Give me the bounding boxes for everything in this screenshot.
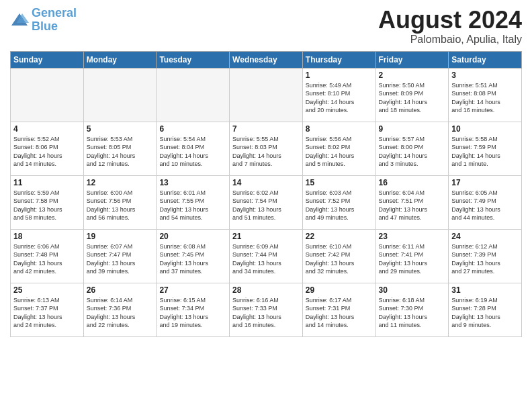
- day-info: Sunrise: 6:06 AM Sunset: 7:48 PM Dayligh…: [13, 242, 81, 276]
- day-number: 22: [306, 232, 373, 241]
- week-row-3: 11Sunrise: 5:59 AM Sunset: 7:58 PM Dayli…: [11, 175, 522, 229]
- header-friday: Friday: [375, 51, 449, 68]
- day-info: Sunrise: 6:08 AM Sunset: 7:45 PM Dayligh…: [159, 242, 226, 276]
- header-saturday: Saturday: [449, 51, 522, 68]
- title-block: August 2024 Palombaio, Apulia, Italy: [378, 7, 522, 46]
- day-cell: 18Sunrise: 6:06 AM Sunset: 7:48 PM Dayli…: [11, 229, 84, 283]
- day-cell: 28Sunrise: 6:16 AM Sunset: 7:33 PM Dayli…: [230, 283, 303, 336]
- day-info: Sunrise: 5:49 AM Sunset: 8:10 PM Dayligh…: [306, 81, 373, 115]
- day-cell: [230, 68, 303, 122]
- day-info: Sunrise: 6:11 AM Sunset: 7:41 PM Dayligh…: [379, 242, 446, 276]
- day-number: 28: [232, 285, 300, 295]
- month-title: August 2024: [378, 7, 522, 34]
- day-cell: 25Sunrise: 6:13 AM Sunset: 7:37 PM Dayli…: [11, 283, 84, 336]
- day-cell: 10Sunrise: 5:58 AM Sunset: 7:59 PM Dayli…: [449, 122, 522, 175]
- day-info: Sunrise: 6:19 AM Sunset: 7:28 PM Dayligh…: [451, 296, 519, 330]
- day-info: Sunrise: 6:09 AM Sunset: 7:44 PM Dayligh…: [232, 242, 300, 276]
- day-cell: 11Sunrise: 5:59 AM Sunset: 7:58 PM Dayli…: [11, 175, 84, 229]
- week-row-4: 18Sunrise: 6:06 AM Sunset: 7:48 PM Dayli…: [11, 229, 522, 283]
- day-info: Sunrise: 5:53 AM Sunset: 8:05 PM Dayligh…: [87, 135, 154, 169]
- day-info: Sunrise: 5:57 AM Sunset: 8:00 PM Dayligh…: [379, 135, 446, 169]
- day-info: Sunrise: 5:56 AM Sunset: 8:02 PM Dayligh…: [306, 135, 373, 169]
- day-number: 24: [451, 232, 519, 241]
- day-info: Sunrise: 6:07 AM Sunset: 7:47 PM Dayligh…: [87, 242, 154, 276]
- header-sunday: Sunday: [11, 51, 84, 68]
- day-number: 17: [451, 178, 519, 187]
- day-cell: 21Sunrise: 6:09 AM Sunset: 7:44 PM Dayli…: [230, 229, 303, 283]
- day-cell: 27Sunrise: 6:15 AM Sunset: 7:34 PM Dayli…: [157, 283, 230, 336]
- day-info: Sunrise: 5:52 AM Sunset: 8:06 PM Dayligh…: [13, 135, 81, 169]
- day-number: 11: [13, 178, 81, 187]
- day-cell: 7Sunrise: 5:55 AM Sunset: 8:03 PM Daylig…: [230, 122, 303, 175]
- day-cell: 17Sunrise: 6:05 AM Sunset: 7:49 PM Dayli…: [449, 175, 522, 229]
- day-cell: 16Sunrise: 6:04 AM Sunset: 7:51 PM Dayli…: [375, 175, 449, 229]
- day-cell: 15Sunrise: 6:03 AM Sunset: 7:52 PM Dayli…: [302, 175, 375, 229]
- logo-icon: [10, 11, 29, 30]
- week-row-1: 1Sunrise: 5:49 AM Sunset: 8:10 PM Daylig…: [11, 68, 522, 122]
- day-info: Sunrise: 5:55 AM Sunset: 8:03 PM Dayligh…: [232, 135, 300, 169]
- day-info: Sunrise: 6:13 AM Sunset: 7:37 PM Dayligh…: [13, 296, 81, 330]
- day-number: 9: [379, 124, 446, 134]
- day-number: 27: [159, 285, 226, 295]
- day-number: 6: [159, 124, 226, 134]
- day-number: 31: [451, 285, 519, 295]
- day-number: 7: [232, 124, 300, 134]
- day-info: Sunrise: 6:18 AM Sunset: 7:30 PM Dayligh…: [379, 296, 446, 330]
- header-tuesday: Tuesday: [157, 51, 230, 68]
- day-cell: 30Sunrise: 6:18 AM Sunset: 7:30 PM Dayli…: [375, 283, 449, 336]
- day-number: 8: [306, 124, 373, 134]
- day-info: Sunrise: 6:16 AM Sunset: 7:33 PM Dayligh…: [232, 296, 300, 330]
- day-info: Sunrise: 5:58 AM Sunset: 7:59 PM Dayligh…: [451, 135, 519, 169]
- day-cell: 5Sunrise: 5:53 AM Sunset: 8:05 PM Daylig…: [83, 122, 157, 175]
- day-number: 26: [87, 285, 154, 295]
- day-cell: 12Sunrise: 6:00 AM Sunset: 7:56 PM Dayli…: [83, 175, 157, 229]
- day-cell: 8Sunrise: 5:56 AM Sunset: 8:02 PM Daylig…: [302, 122, 375, 175]
- day-cell: 2Sunrise: 5:50 AM Sunset: 8:09 PM Daylig…: [375, 68, 449, 122]
- week-row-2: 4Sunrise: 5:52 AM Sunset: 8:06 PM Daylig…: [11, 122, 522, 175]
- day-info: Sunrise: 5:54 AM Sunset: 8:04 PM Dayligh…: [159, 135, 226, 169]
- logo-general: General: [32, 7, 77, 20]
- day-number: 19: [87, 232, 154, 241]
- day-info: Sunrise: 6:15 AM Sunset: 7:34 PM Dayligh…: [159, 296, 226, 330]
- day-number: 3: [451, 71, 519, 80]
- logo-blue: Blue: [32, 20, 77, 34]
- day-cell: 20Sunrise: 6:08 AM Sunset: 7:45 PM Dayli…: [157, 229, 230, 283]
- day-number: 15: [306, 178, 373, 187]
- day-info: Sunrise: 5:51 AM Sunset: 8:08 PM Dayligh…: [451, 81, 519, 115]
- day-info: Sunrise: 6:14 AM Sunset: 7:36 PM Dayligh…: [87, 296, 154, 330]
- header-row: SundayMondayTuesdayWednesdayThursdayFrid…: [11, 51, 522, 68]
- day-cell: 6Sunrise: 5:54 AM Sunset: 8:04 PM Daylig…: [157, 122, 230, 175]
- day-cell: 14Sunrise: 6:02 AM Sunset: 7:54 PM Dayli…: [230, 175, 303, 229]
- header-thursday: Thursday: [302, 51, 375, 68]
- day-info: Sunrise: 6:03 AM Sunset: 7:52 PM Dayligh…: [306, 189, 373, 222]
- day-info: Sunrise: 6:00 AM Sunset: 7:56 PM Dayligh…: [87, 189, 154, 222]
- day-number: 4: [13, 124, 81, 134]
- day-number: 29: [306, 285, 373, 295]
- day-cell: 31Sunrise: 6:19 AM Sunset: 7:28 PM Dayli…: [449, 283, 522, 336]
- day-number: 30: [379, 285, 446, 295]
- day-cell: 24Sunrise: 6:12 AM Sunset: 7:39 PM Dayli…: [449, 229, 522, 283]
- calendar-table: SundayMondayTuesdayWednesdayThursdayFrid…: [10, 51, 522, 337]
- day-cell: 4Sunrise: 5:52 AM Sunset: 8:06 PM Daylig…: [11, 122, 84, 175]
- day-cell: [83, 68, 157, 122]
- day-number: 10: [451, 124, 519, 134]
- day-number: 5: [87, 124, 154, 134]
- day-info: Sunrise: 6:01 AM Sunset: 7:55 PM Dayligh…: [159, 189, 226, 222]
- day-cell: 23Sunrise: 6:11 AM Sunset: 7:41 PM Dayli…: [375, 229, 449, 283]
- day-number: 16: [379, 178, 446, 187]
- day-cell: 9Sunrise: 5:57 AM Sunset: 8:00 PM Daylig…: [375, 122, 449, 175]
- day-info: Sunrise: 5:50 AM Sunset: 8:09 PM Dayligh…: [379, 81, 446, 115]
- day-info: Sunrise: 6:10 AM Sunset: 7:42 PM Dayligh…: [306, 242, 373, 276]
- day-number: 23: [379, 232, 446, 241]
- location-subtitle: Palombaio, Apulia, Italy: [378, 34, 522, 46]
- header-monday: Monday: [83, 51, 157, 68]
- day-number: 1: [306, 71, 373, 80]
- day-info: Sunrise: 6:04 AM Sunset: 7:51 PM Dayligh…: [379, 189, 446, 222]
- day-cell: 29Sunrise: 6:17 AM Sunset: 7:31 PM Dayli…: [302, 283, 375, 336]
- day-info: Sunrise: 6:05 AM Sunset: 7:49 PM Dayligh…: [451, 189, 519, 222]
- day-number: 25: [13, 285, 81, 295]
- day-number: 12: [87, 178, 154, 187]
- day-cell: 22Sunrise: 6:10 AM Sunset: 7:42 PM Dayli…: [302, 229, 375, 283]
- day-info: Sunrise: 6:12 AM Sunset: 7:39 PM Dayligh…: [451, 242, 519, 276]
- day-cell: [11, 68, 84, 122]
